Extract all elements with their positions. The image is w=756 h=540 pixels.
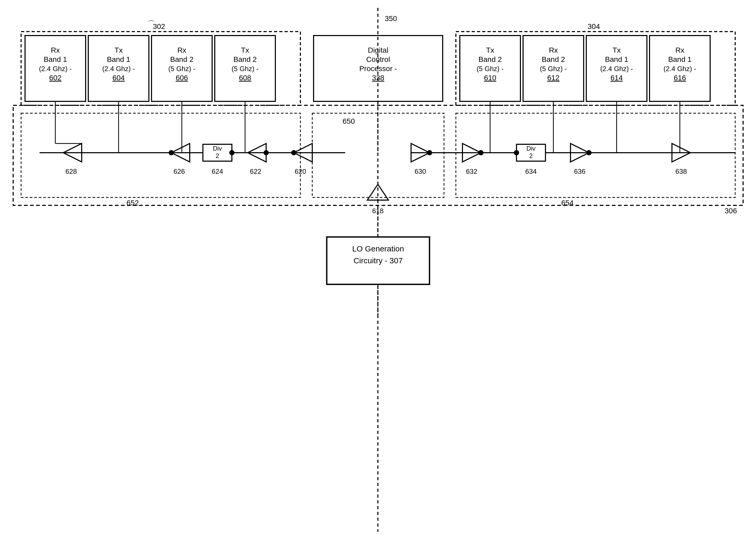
svg-text:(2.4 Ghz) -: (2.4 Ghz) - [39, 65, 72, 73]
svg-point-55 [229, 150, 235, 155]
tx-band2-right-label: Tx [486, 46, 494, 54]
lo-gen-label: LO Generation [352, 244, 404, 253]
svg-text:608: 608 [239, 74, 251, 82]
svg-rect-40 [21, 113, 300, 198]
svg-point-67 [514, 150, 519, 155]
svg-text:606: 606 [176, 74, 188, 82]
label-630: 630 [415, 168, 426, 175]
label-632: 632 [466, 168, 477, 175]
tx-band2-left-label: Tx [241, 46, 249, 54]
svg-text:2: 2 [216, 152, 219, 159]
svg-text:(5 Ghz) -: (5 Ghz) - [540, 65, 567, 73]
svg-text:610: 610 [484, 74, 496, 82]
svg-point-63 [478, 150, 483, 155]
svg-text:604: 604 [112, 74, 125, 82]
svg-text:(5 Ghz) -: (5 Ghz) - [477, 65, 504, 73]
digital-ctrl-label: Digital [368, 46, 388, 54]
label-624: 624 [212, 168, 223, 175]
svg-text:Band 2: Band 2 [234, 55, 257, 64]
label-650: 650 [342, 117, 355, 125]
label-636: 636 [574, 168, 585, 175]
svg-text:(5 Ghz) -: (5 Ghz) - [168, 65, 196, 73]
tx-band1-left-label: Tx [114, 46, 122, 54]
label-634: 634 [525, 168, 536, 175]
rx-band1-right-label: Rx [675, 46, 684, 54]
svg-text:Processor -: Processor - [359, 65, 397, 73]
label-626: 626 [173, 168, 185, 175]
svg-text:(2.4 Ghz) -: (2.4 Ghz) - [663, 65, 696, 73]
label-638: 638 [675, 168, 687, 175]
diagram-container: 350 302 ⌒ Rx Band 1 (2.4 Ghz) - 602 Tx B… [0, 0, 756, 540]
label-350: 350 [385, 15, 397, 23]
svg-text:(5 Ghz) -: (5 Ghz) - [232, 65, 259, 73]
svg-text:Band 1: Band 1 [107, 55, 130, 64]
svg-text:⌒: ⌒ [147, 20, 155, 28]
svg-text:Div: Div [213, 145, 222, 152]
rx-band2-right-label: Rx [549, 46, 558, 54]
svg-text:Circuitry - 307: Circuitry - 307 [354, 256, 403, 265]
svg-text:602: 602 [49, 74, 62, 82]
svg-point-51 [264, 150, 269, 155]
svg-text:Band 2: Band 2 [478, 55, 502, 64]
svg-rect-42 [456, 113, 735, 198]
svg-text:616: 616 [674, 74, 686, 82]
label-306: 306 [725, 207, 737, 215]
svg-text:612: 612 [547, 74, 560, 82]
label-620: 620 [294, 168, 306, 175]
tx-band1-right-label: Tx [612, 46, 621, 54]
label-628: 628 [65, 168, 77, 175]
label-304: 304 [588, 22, 600, 31]
rx-band2-left-label: Rx [177, 46, 186, 54]
svg-text:614: 614 [611, 74, 623, 82]
svg-text:338: 338 [372, 74, 384, 82]
svg-point-61 [427, 150, 432, 155]
svg-text:Band 2: Band 2 [170, 55, 194, 64]
svg-text:Band 1: Band 1 [605, 55, 629, 64]
svg-text:Div: Div [526, 145, 536, 152]
svg-text:(2.4 Ghz) -: (2.4 Ghz) - [102, 65, 135, 73]
svg-text:2: 2 [529, 152, 532, 159]
rx-band1-left-label: Rx [51, 46, 60, 54]
svg-text:Band 1: Band 1 [668, 55, 692, 64]
svg-point-49 [291, 150, 296, 155]
svg-text:Band 1: Band 1 [44, 55, 67, 64]
label-622: 622 [250, 168, 261, 175]
svg-text:(2.4 Ghz) -: (2.4 Ghz) - [600, 65, 633, 73]
svg-text:Band 2: Band 2 [542, 55, 565, 64]
svg-text:Control: Control [366, 55, 390, 64]
